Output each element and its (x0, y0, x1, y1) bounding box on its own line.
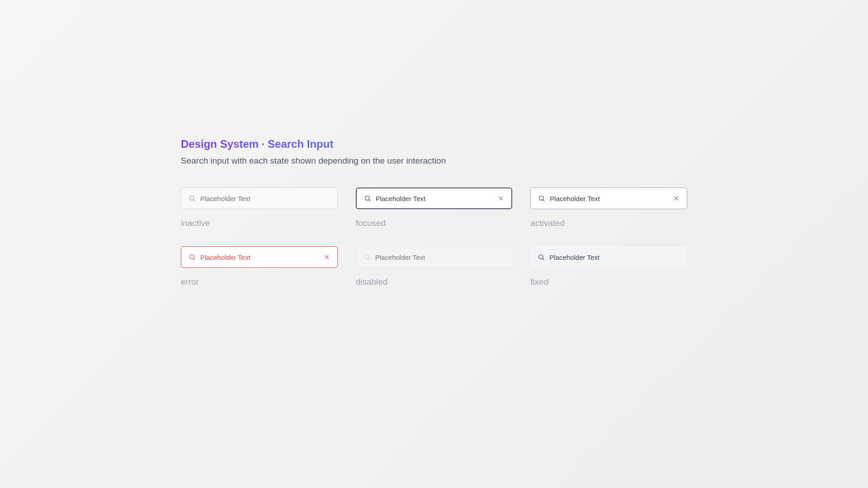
search-icon (364, 195, 371, 202)
search-item-disabled: disabled (356, 246, 513, 287)
svg-line-11 (193, 258, 195, 260)
search-field-activated[interactable]: Placeholder Text (550, 195, 669, 202)
svg-point-2 (365, 196, 369, 200)
close-icon[interactable] (324, 254, 330, 260)
search-item-inactive: inactive (181, 188, 338, 228)
search-item-fixed: Placeholder Text fixed (530, 246, 687, 287)
search-icon (189, 195, 196, 202)
state-label-inactive: inactive (181, 218, 338, 228)
search-states-grid: inactive Placeholder Text focused (181, 188, 687, 287)
svg-line-7 (543, 200, 544, 201)
search-field-disabled (375, 253, 505, 261)
state-label-fixed: fixed (530, 277, 687, 287)
search-icon (363, 253, 371, 261)
search-item-activated: Placeholder Text activated (530, 188, 687, 228)
search-input-inactive[interactable] (181, 188, 338, 209)
state-label-activated: activated (530, 218, 687, 228)
svg-point-6 (539, 196, 543, 200)
search-input-error[interactable]: Placeholder Text (181, 246, 338, 268)
design-system-container: Design System · Search Input Search inpu… (181, 138, 687, 287)
search-field-focused[interactable]: Placeholder Text (376, 195, 494, 202)
state-label-disabled: disabled (356, 277, 513, 287)
state-label-error: error (181, 277, 338, 287)
search-input-disabled (356, 246, 513, 268)
svg-point-16 (539, 255, 543, 259)
search-field-fixed: Placeholder Text (549, 253, 680, 261)
svg-point-0 (190, 196, 194, 200)
svg-line-1 (193, 200, 195, 201)
page-title: Design System · Search Input (181, 138, 687, 150)
svg-point-14 (364, 255, 368, 259)
svg-line-3 (368, 200, 370, 201)
search-input-focused[interactable]: Placeholder Text (356, 188, 513, 209)
search-field-inactive[interactable] (200, 195, 330, 202)
search-input-activated[interactable]: Placeholder Text (530, 188, 687, 209)
search-item-error: Placeholder Text error (181, 246, 338, 287)
search-field-error[interactable]: Placeholder Text (200, 253, 319, 261)
svg-line-17 (542, 258, 544, 260)
svg-point-10 (190, 255, 194, 259)
search-icon (538, 253, 545, 261)
search-input-fixed: Placeholder Text (530, 246, 687, 268)
search-item-focused: Placeholder Text focused (356, 188, 513, 228)
page-subtitle: Search input with each state shown depen… (181, 156, 687, 166)
close-icon[interactable] (498, 195, 504, 202)
close-icon[interactable] (673, 195, 679, 202)
state-label-focused: focused (356, 218, 513, 228)
svg-line-15 (368, 258, 369, 260)
search-icon (538, 195, 545, 202)
search-icon (189, 253, 196, 261)
